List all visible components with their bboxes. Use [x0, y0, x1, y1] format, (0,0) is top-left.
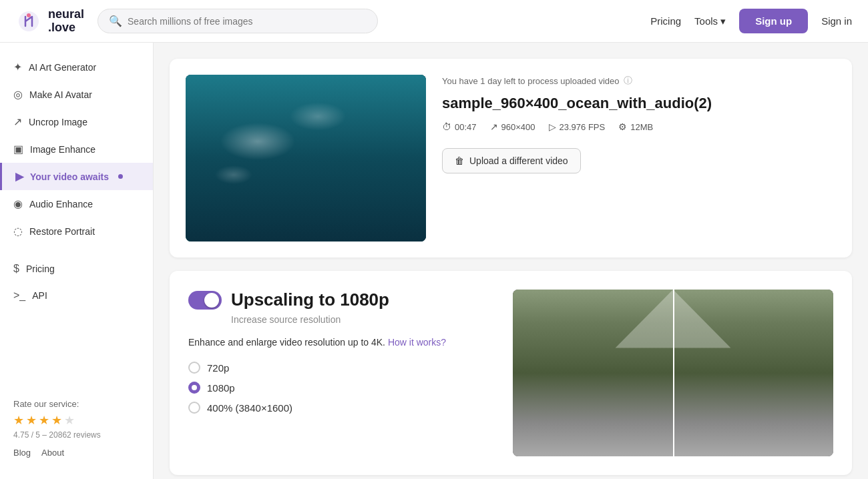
logo-text: neural .love — [48, 8, 84, 35]
blog-links: Blog About — [13, 448, 140, 458]
video-duration: ⏱ 00:47 — [442, 121, 477, 132]
api-icon: >_ — [13, 290, 25, 302]
video-image — [186, 75, 426, 242]
main-content: You have 1 day left to process uploaded … — [154, 43, 868, 479]
option-1080p[interactable]: 1080p — [188, 382, 497, 394]
video-notice: You have 1 day left to process uploaded … — [442, 75, 836, 87]
upscale-preview — [513, 290, 833, 456]
sidebar-item-ai-art[interactable]: ✦ AI Art Generator — [0, 53, 153, 81]
ai-art-icon: ✦ — [13, 61, 22, 73]
tools-nav-link[interactable]: Tools ▾ — [694, 15, 726, 27]
before-after-divider — [673, 290, 674, 456]
sidebar-item-label: AI Art Generator — [29, 62, 96, 73]
sidebar-item-pricing[interactable]: $ Pricing — [0, 256, 153, 282]
upscale-header: Upscaling to 1080p — [188, 290, 497, 310]
svg-point-0 — [27, 13, 31, 17]
search-input[interactable] — [128, 16, 367, 27]
wave-overlay — [186, 75, 426, 242]
video-info: You have 1 day left to process uploaded … — [442, 75, 836, 242]
restore-icon: ◌ — [13, 225, 23, 237]
star-5: ★ — [64, 413, 75, 428]
toggle-knob — [204, 293, 219, 308]
video-fps: ▷ 23.976 FPS — [549, 121, 606, 132]
sidebar-item-uncrop[interactable]: ↗ Uncrop Image — [0, 108, 153, 135]
sidebar-item-api[interactable]: >_ API — [0, 282, 153, 309]
sidebar-item-image-enhance[interactable]: ▣ Image Enhance — [0, 135, 153, 163]
header-nav: Pricing Tools ▾ Sign up Sign in — [650, 9, 852, 33]
radio-4k — [188, 402, 200, 414]
video-size: ⚙ 12MB — [618, 121, 653, 132]
upscale-title: Upscaling to 1080p — [231, 290, 389, 310]
how-it-works-link[interactable]: How it works? — [388, 337, 446, 348]
upscale-card: Upscaling to 1080p Increase source resol… — [170, 271, 852, 475]
sidebar-item-label: Your video awaits — [30, 171, 109, 182]
option-720p[interactable]: 720p — [188, 362, 497, 374]
search-icon: 🔍 — [109, 15, 122, 27]
sidebar: ✦ AI Art Generator ◎ Make AI Avatar ↗ Un… — [0, 43, 154, 479]
radio-720p — [188, 362, 200, 374]
signin-link[interactable]: Sign in — [821, 15, 852, 27]
video-thumbnail — [186, 75, 426, 242]
sidebar-item-label: Make AI Avatar — [29, 89, 92, 100]
sidebar-item-label: Restore Portrait — [29, 226, 95, 237]
video-info-card: You have 1 day left to process uploaded … — [170, 59, 852, 258]
logo-icon — [16, 9, 41, 34]
upscale-toggle[interactable] — [188, 291, 222, 310]
upscale-description: Enhance and enlarge video resolution up … — [188, 336, 497, 350]
review-count: 4.75 / 5 – 20862 reviews — [13, 430, 140, 440]
star-4: ★ — [51, 413, 62, 428]
sidebar-item-label: Image Enhance — [30, 144, 95, 155]
sidebar-item-label: Audio Enhance — [29, 199, 93, 209]
upscale-subtitle: Increase source resolution — [231, 314, 497, 325]
star-1: ★ — [13, 413, 24, 428]
pricing-icon: $ — [13, 263, 19, 275]
star-2: ★ — [26, 413, 37, 428]
trash-icon: 🗑 — [455, 155, 464, 166]
about-link[interactable]: About — [41, 448, 64, 458]
app-header: neural .love 🔍 Pricing Tools ▾ Sign up S… — [0, 0, 868, 43]
size-icon: ⚙ — [618, 121, 627, 132]
sidebar-item-video[interactable]: ▶ Your video awaits — [0, 163, 153, 190]
info-icon: ⓘ — [624, 75, 632, 87]
image-enhance-icon: ▣ — [13, 143, 23, 155]
search-bar[interactable]: 🔍 — [97, 9, 378, 33]
sidebar-item-audio[interactable]: ◉ Audio Enhance — [0, 190, 153, 217]
upscale-content: Upscaling to 1080p Increase source resol… — [188, 290, 497, 456]
star-3: ★ — [39, 413, 49, 428]
audio-icon: ◉ — [13, 197, 23, 210]
upload-different-button[interactable]: 🗑 Upload a different video — [442, 148, 581, 173]
pricing-nav-link[interactable]: Pricing — [650, 15, 681, 27]
video-meta: ⏱ 00:47 ↗ 960×400 ▷ 23.976 FPS ⚙ 12MB — [442, 121, 836, 132]
sidebar-item-label: Pricing — [26, 264, 55, 274]
sidebar-item-label: Uncrop Image — [29, 117, 87, 127]
clock-icon: ⏱ — [442, 121, 451, 132]
chevron-down-icon: ▾ — [720, 15, 726, 27]
sidebar-item-label: API — [32, 290, 47, 301]
sidebar-item-avatar[interactable]: ◎ Make AI Avatar — [0, 81, 153, 108]
video-icon: ▶ — [15, 170, 23, 183]
option-4k[interactable]: 400% (3840×1600) — [188, 402, 497, 414]
blog-link[interactable]: Blog — [13, 448, 31, 458]
sidebar-item-restore[interactable]: ◌ Restore Portrait — [0, 217, 153, 245]
radio-1080p — [188, 382, 200, 394]
uncrop-icon: ↗ — [13, 115, 22, 128]
avatar-icon: ◎ — [13, 88, 23, 101]
notification-dot — [118, 174, 123, 179]
app-layout: ✦ AI Art Generator ◎ Make AI Avatar ↗ Un… — [0, 43, 868, 479]
stars-rating: ★ ★ ★ ★ ★ — [13, 413, 140, 428]
fps-icon: ▷ — [549, 121, 556, 132]
resolution-options: 720p 1080p 400% (3840×1600) — [188, 362, 497, 414]
sidebar-bottom: Rate our service: ★ ★ ★ ★ ★ 4.75 / 5 – 2… — [0, 388, 153, 468]
video-resolution: ↗ 960×400 — [490, 121, 535, 132]
logo[interactable]: neural .love — [16, 8, 84, 35]
signup-button[interactable]: Sign up — [739, 9, 808, 33]
rate-label: Rate our service: — [13, 399, 140, 409]
video-filename: sample_960×400_ocean_with_audio(2) — [442, 95, 836, 112]
resolution-icon: ↗ — [490, 121, 498, 132]
